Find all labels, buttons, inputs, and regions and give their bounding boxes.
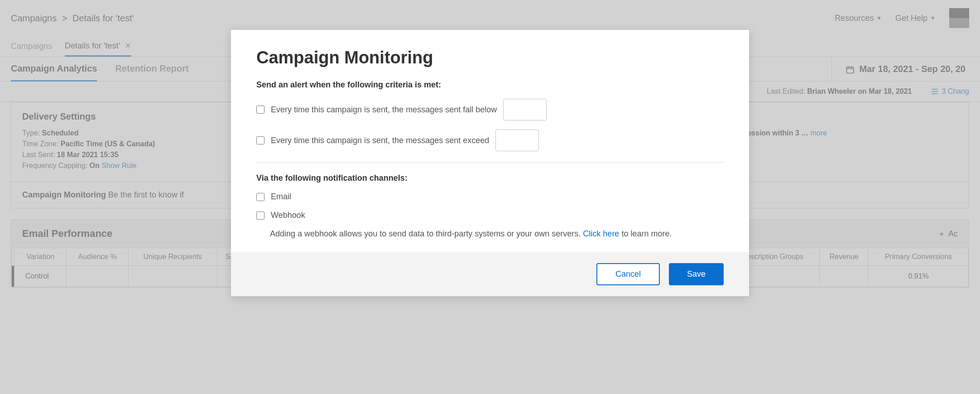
- below-checkbox[interactable]: [256, 106, 264, 114]
- exceed-input[interactable]: [495, 130, 539, 151]
- webhook-checkbox[interactable]: [256, 211, 264, 220]
- email-label: Email: [271, 192, 291, 202]
- modal-title: Campaign Monitoring: [256, 48, 724, 67]
- cancel-button[interactable]: Cancel: [596, 263, 660, 285]
- save-button[interactable]: Save: [669, 263, 724, 285]
- modal-overlay: Campaign Monitoring Send an alert when t…: [0, 0, 980, 394]
- webhook-label: Webhook: [271, 211, 305, 220]
- exceed-text: Every time this campaign is sent, the me…: [271, 136, 489, 145]
- below-input[interactable]: [503, 99, 547, 120]
- email-checkbox[interactable]: [256, 193, 264, 201]
- below-text: Every time this campaign is sent, the me…: [271, 105, 497, 115]
- campaign-monitoring-modal: Campaign Monitoring Send an alert when t…: [231, 30, 749, 296]
- webhook-click-here-link[interactable]: Click here: [583, 229, 619, 238]
- webhook-desc-2: to learn more.: [621, 229, 672, 238]
- channels-label: Via the following notification channels:: [256, 173, 724, 183]
- webhook-desc-1: Adding a webhook allows you to send data…: [270, 229, 581, 238]
- criteria-label: Send an alert when the following criteri…: [256, 80, 724, 90]
- webhook-description: Adding a webhook allows you to send data…: [270, 229, 724, 239]
- exceed-checkbox[interactable]: [256, 136, 264, 144]
